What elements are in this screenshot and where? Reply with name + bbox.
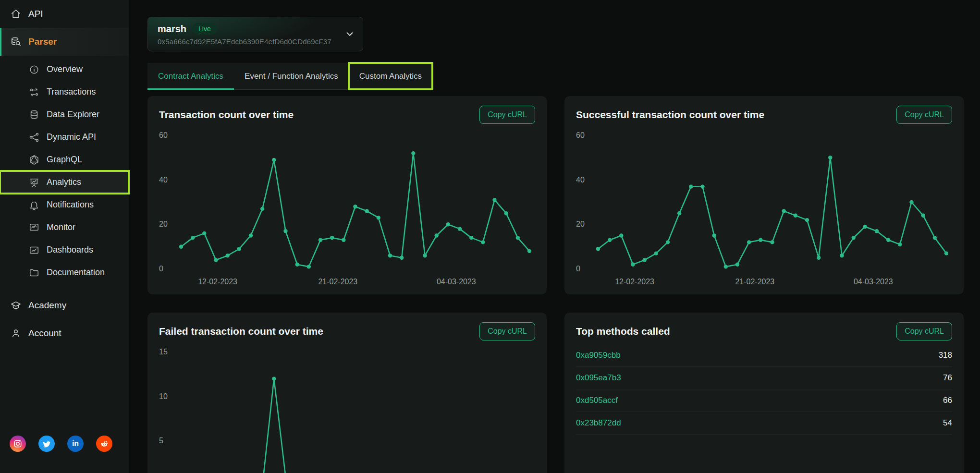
card-failed-transaction-count: Failed transaction count over time Copy …: [147, 313, 547, 473]
svg-text:21-02-2023: 21-02-2023: [735, 278, 774, 286]
main-content: marsh Live 0x5a666c7d92E5fA7Edcb6390E4ef…: [130, 0, 980, 473]
sidebar-item-account[interactable]: Account: [0, 319, 129, 347]
method-count: 76: [943, 373, 952, 383]
transactions-icon: [29, 87, 39, 97]
svg-text:60: 60: [576, 131, 585, 139]
sidebar-item-graphql[interactable]: GraphQL: [0, 148, 129, 171]
folder-icon: [29, 267, 39, 278]
graphql-icon: [29, 155, 39, 165]
instagram-icon[interactable]: [10, 436, 26, 452]
svg-text:10: 10: [159, 392, 168, 400]
project-selector-dropdown[interactable]: marsh Live 0x5a666c7d92E5fA7Edcb6390E4ef…: [147, 17, 363, 51]
tab-custom-analytics[interactable]: Custom Analytics: [349, 63, 432, 89]
svg-text:15: 15: [159, 348, 168, 356]
sidebar-item-label: Dashboards: [47, 245, 93, 255]
user-icon: [11, 328, 21, 339]
card-title: Failed transaction count over time: [159, 326, 323, 337]
sidebar-item-notifications[interactable]: Notifications: [0, 194, 129, 216]
failed-transaction-count-chart: 05101512-02-202321-02-202304-03-2023: [159, 345, 535, 473]
svg-text:5: 5: [159, 437, 163, 445]
card-title: Successful transaction count over time: [576, 109, 764, 121]
copy-curl-button[interactable]: Copy cURL: [896, 106, 952, 124]
sidebar-item-documentation[interactable]: Documentation: [0, 261, 129, 284]
twitter-icon[interactable]: [38, 436, 55, 452]
copy-curl-button[interactable]: Copy cURL: [479, 106, 535, 124]
nodes-icon: [29, 132, 39, 143]
sidebar-item-label: Parser: [28, 36, 57, 47]
svg-text:20: 20: [576, 220, 585, 228]
sidebar-item-monitor[interactable]: Monitor: [0, 216, 129, 239]
card-title: Transaction count over time: [159, 109, 294, 121]
tab-event-function-analytics[interactable]: Event / Function Analytics: [234, 63, 349, 89]
parser-icon: [11, 36, 21, 47]
method-count: 318: [939, 351, 952, 360]
sidebar-item-overview[interactable]: Overview: [0, 58, 129, 81]
reddit-icon[interactable]: [96, 436, 112, 452]
live-status-badge: Live: [192, 23, 217, 35]
monitor-icon: [29, 222, 39, 233]
sidebar-item-label: GraphQL: [47, 155, 82, 165]
sidebar-item-data-explorer[interactable]: Data Explorer: [0, 103, 129, 126]
sidebar-item-analytics[interactable]: Analytics: [0, 171, 129, 194]
sidebar-item-academy[interactable]: Academy: [0, 291, 129, 319]
method-count: 54: [943, 418, 952, 428]
svg-text:21-02-2023: 21-02-2023: [318, 278, 357, 286]
svg-text:0: 0: [576, 265, 580, 273]
method-row: 0xa9059cbb 318: [576, 344, 952, 367]
svg-text:20: 20: [159, 220, 168, 228]
sidebar-item-dynamic-api[interactable]: Dynamic API: [0, 126, 129, 148]
svg-text:12-02-2023: 12-02-2023: [615, 278, 654, 286]
method-hash-link[interactable]: 0x23b872dd: [576, 418, 621, 428]
sidebar: API Parser Overview Transactions Data Ex…: [0, 0, 129, 473]
copy-curl-button[interactable]: Copy cURL: [479, 322, 535, 340]
transaction-count-chart: 020406012-02-202321-02-202304-03-2023: [159, 129, 535, 287]
svg-text:60: 60: [159, 131, 168, 139]
sidebar-item-label: API: [28, 9, 43, 19]
svg-text:04-03-2023: 04-03-2023: [854, 278, 893, 286]
copy-curl-button[interactable]: Copy cURL: [896, 322, 952, 340]
bell-icon: [29, 200, 39, 210]
sidebar-bottom-section: Academy Account: [0, 291, 129, 347]
method-hash-link[interactable]: 0xa9059cbb: [576, 351, 621, 360]
svg-text:40: 40: [159, 176, 168, 184]
sidebar-item-parser[interactable]: Parser: [0, 28, 129, 56]
sidebar-item-dashboards[interactable]: Dashboards: [0, 239, 129, 261]
card-top-methods: Top methods called Copy cURL 0xa9059cbb …: [564, 313, 964, 473]
info-icon: [29, 64, 39, 75]
card-title: Top methods called: [576, 326, 670, 337]
method-row: 0x23b872dd 54: [576, 412, 952, 435]
method-row: 0x095ea7b3 76: [576, 367, 952, 389]
project-name: marsh: [158, 24, 186, 35]
sidebar-item-label: Monitor: [47, 222, 75, 232]
top-methods-list: 0xa9059cbb 318 0x095ea7b3 76 0xd505accf …: [576, 344, 952, 435]
successful-transaction-count-chart: 020406012-02-202321-02-202304-03-2023: [576, 129, 952, 287]
analytics-cards-grid: Transaction count over time Copy cURL 02…: [147, 96, 963, 473]
method-hash-link[interactable]: 0x095ea7b3: [576, 373, 621, 383]
sidebar-item-transactions[interactable]: Transactions: [0, 81, 129, 103]
svg-text:04-03-2023: 04-03-2023: [437, 278, 476, 286]
svg-text:0: 0: [159, 265, 163, 273]
svg-text:40: 40: [576, 176, 585, 184]
social-links: in: [10, 436, 112, 452]
method-hash-link[interactable]: 0xd505accf: [576, 396, 618, 405]
linkedin-icon[interactable]: in: [67, 436, 84, 452]
method-row: 0xd505accf 66: [576, 389, 952, 412]
sidebar-item-label: Academy: [28, 300, 66, 311]
sidebar-item-label: Analytics: [47, 177, 81, 187]
card-transaction-count: Transaction count over time Copy cURL 02…: [147, 96, 547, 294]
analytics-tab-bar: Contract Analytics Event / Function Anal…: [147, 63, 432, 90]
sidebar-item-label: Dynamic API: [47, 132, 96, 142]
graduation-cap-icon: [11, 300, 21, 311]
sidebar-item-label: Transactions: [47, 87, 96, 97]
sidebar-item-label: Data Explorer: [47, 109, 99, 120]
sidebar-parser-submenu: Overview Transactions Data Explorer Dyna…: [0, 56, 129, 284]
contract-address: 0x5a666c7d92E5fA7Edcb6390E4efD6d0CDd69cF…: [158, 37, 353, 46]
svg-text:12-02-2023: 12-02-2023: [198, 278, 237, 286]
sidebar-item-api[interactable]: API: [0, 0, 129, 28]
sidebar-item-label: Overview: [47, 64, 83, 74]
method-count: 66: [943, 396, 952, 405]
tab-contract-analytics[interactable]: Contract Analytics: [147, 63, 234, 89]
analytics-icon: [29, 177, 39, 188]
sidebar-item-label: Documentation: [47, 267, 105, 278]
sidebar-item-label: Notifications: [47, 200, 94, 210]
